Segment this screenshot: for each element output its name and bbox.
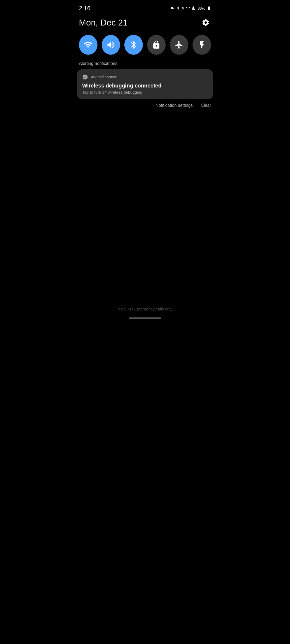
quick-settings-row xyxy=(73,32,218,60)
qs-tile-wifi[interactable] xyxy=(79,35,97,55)
notification-actions: Notification settings Clear xyxy=(73,99,218,109)
settings-button[interactable] xyxy=(200,17,211,28)
qs-tile-volume[interactable] xyxy=(102,35,120,55)
home-indicator[interactable] xyxy=(129,317,161,319)
bottom-text: No SIM | Emergency calls only xyxy=(73,307,218,311)
notification-title: Wireless debugging connected xyxy=(82,83,208,89)
notification-body: Tap to turn off wireless debugging xyxy=(82,90,208,94)
status-bar: 2:16 N 88% xyxy=(73,0,218,14)
clear-button[interactable]: Clear xyxy=(201,103,211,108)
qs-tile-lock[interactable] xyxy=(147,35,166,55)
notification-app-name: Android System xyxy=(91,75,117,79)
qs-tile-airplane[interactable] xyxy=(170,35,189,55)
qs-tile-flashlight[interactable] xyxy=(193,35,211,55)
status-icons: N 88% xyxy=(171,6,211,11)
date-text: Mon, Dec 21 xyxy=(79,18,128,28)
battery-icon xyxy=(207,6,211,11)
notification-card[interactable]: Android System Wireless debugging connec… xyxy=(77,69,213,99)
notification-header: Android System xyxy=(82,74,208,80)
notification-app-icon xyxy=(82,74,88,80)
key-icon xyxy=(171,6,175,11)
alerting-label: Alerting notifications xyxy=(73,60,218,69)
nfc-status-icon: N xyxy=(182,6,184,10)
status-time: 2:16 xyxy=(79,5,90,12)
battery-percent: 88% xyxy=(198,6,205,10)
bluetooth-status-icon xyxy=(176,6,180,11)
qs-tile-bluetooth[interactable] xyxy=(124,35,143,55)
wifi-status-icon xyxy=(186,6,190,11)
notification-settings-button[interactable]: Notification settings xyxy=(155,103,193,108)
date-row: Mon, Dec 21 xyxy=(73,14,218,32)
signal-icon xyxy=(192,6,196,11)
